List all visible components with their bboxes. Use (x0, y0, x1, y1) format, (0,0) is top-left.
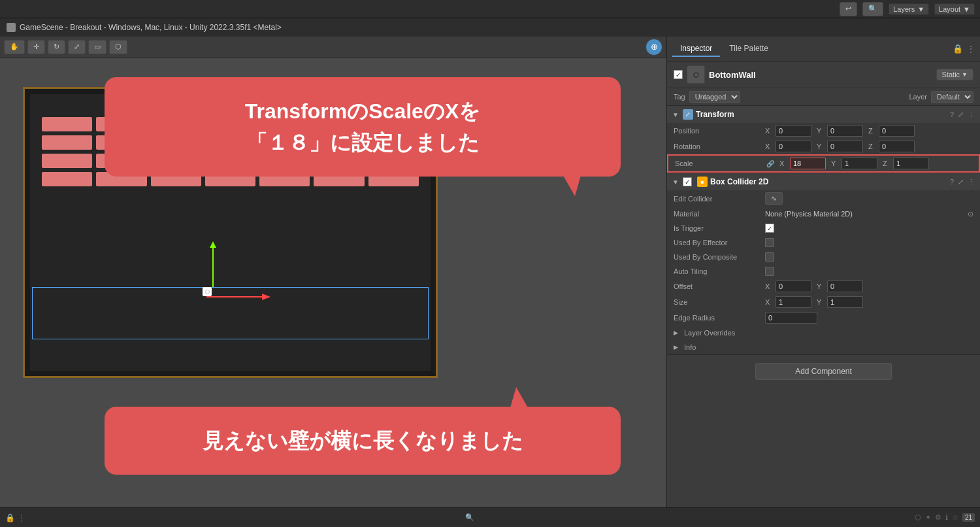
edge-radius-input[interactable] (765, 312, 817, 324)
used-by-composite-checkbox[interactable] (765, 252, 774, 262)
status-icons-right: ⬡ ✦ ⚙ ℹ ☆ 21 (915, 513, 975, 522)
gizmo-center[interactable]: ⬡ (203, 287, 212, 296)
rotation-z-input[interactable] (879, 141, 915, 152)
position-z-input[interactable] (879, 125, 915, 137)
used-by-composite-label: Used By Composite (674, 253, 765, 261)
auto-tiling-checkbox[interactable] (765, 267, 774, 276)
annotation-bottom-text: 見えない壁が横に長くなりました (203, 429, 523, 452)
lock-icon[interactable]: 🔒 (5, 513, 15, 522)
collider-help-icon[interactable]: ? (950, 178, 954, 186)
used-by-effector-checkbox[interactable] (765, 238, 774, 247)
collider-settings-icon[interactable]: ⤢ (958, 178, 964, 186)
size-label: Size (674, 298, 765, 306)
size-y-input[interactable] (827, 296, 863, 308)
scene-global-btn[interactable]: ⊕ (645, 39, 662, 56)
layer-overrides-toggle: ▶ (674, 330, 681, 336)
tag-select[interactable]: Untagged (689, 91, 740, 103)
undo-button[interactable]: ↩ (840, 2, 857, 16)
info-row[interactable]: ▶ Info (667, 340, 980, 354)
position-row: Position X Y Z (667, 123, 980, 139)
size-x-input[interactable] (776, 296, 811, 308)
scene-tool-hand[interactable]: ✋ (4, 40, 25, 54)
scene-view[interactable]: ✋ ✛ ↻ ⤢ ▭ ⬡ ⊕ (0, 37, 666, 507)
rot-x-label: X (765, 143, 774, 150)
scene-tool-rect[interactable]: ▭ (88, 40, 106, 54)
offset-x-input[interactable] (776, 280, 811, 292)
layers-top-bar: ↩ 🔍 Layers ▼ Layout ▼ (0, 0, 980, 18)
check-icon: ✓ (676, 71, 681, 78)
collider-enabled-checkbox[interactable]: ✓ (683, 177, 692, 186)
gizmo-y-axis (206, 241, 220, 294)
material-label: Material (674, 210, 765, 218)
scale-z-input[interactable] (893, 158, 929, 169)
inspector-tabs: Inspector Tile Palette 🔒 ⋮ (667, 37, 980, 61)
layer-select[interactable]: Default (931, 91, 973, 103)
add-component-area: Add Component (667, 355, 980, 388)
add-component-button[interactable]: Add Component (755, 363, 892, 380)
transform-settings-icon[interactable]: ⤢ (958, 110, 964, 119)
object-name[interactable]: BottomWall (709, 70, 932, 80)
annotation-top-text: TransformのScaleのXを 「１８」に設定しました (245, 99, 480, 154)
scene-tool-transform[interactable]: ⬡ (109, 40, 127, 54)
collider-name: Box Collider 2D (710, 177, 947, 186)
transform-component: ▼ ⤢ Transform ? ⤢ ⋮ Position X (667, 106, 980, 173)
pos-y-label: Y (817, 127, 826, 135)
settings-icon[interactable]: ⋮ (18, 513, 25, 522)
transform-more-icon[interactable]: ⋮ (968, 110, 975, 119)
layer-label: Layer (909, 93, 927, 101)
gizmo-x-axis (206, 290, 272, 303)
position-x-input[interactable] (776, 125, 811, 137)
icon-1: ⬡ (915, 513, 921, 522)
rotation-z-group: Z (868, 141, 915, 152)
scene-tool-move[interactable]: ✛ (27, 40, 45, 54)
scale-link-icon[interactable]: 🔗 (766, 160, 774, 167)
lock-icon[interactable]: 🔒 (953, 44, 963, 54)
position-y-input[interactable] (827, 125, 863, 137)
box-collider-header[interactable]: ▼ ✓ ■ Box Collider 2D ? ⤢ ⋮ (667, 173, 980, 190)
offset-row: Offset X Y (667, 279, 980, 294)
auto-tiling-row: Auto Tiling (667, 264, 980, 279)
scale-x-input[interactable] (790, 158, 826, 169)
edit-collider-icon: ∿ (771, 194, 777, 202)
more-icon[interactable]: ⋮ (967, 44, 975, 54)
offset-x-label: X (765, 282, 774, 290)
brick (42, 172, 92, 186)
edge-radius-label: Edge Radius (674, 314, 765, 322)
transform-help-icon[interactable]: ? (950, 110, 954, 118)
rotation-x-input[interactable] (776, 141, 811, 152)
search-button[interactable]: 🔍 (862, 2, 883, 16)
layout-dropdown[interactable]: Layout ▼ (934, 3, 975, 15)
transform-component-header[interactable]: ▼ ⤢ Transform ? ⤢ ⋮ (667, 106, 980, 123)
tab-inspector[interactable]: Inspector (672, 41, 720, 57)
object-enabled-checkbox[interactable]: ✓ (674, 70, 683, 79)
offset-y-input[interactable] (827, 280, 863, 292)
size-y-group: Y (817, 296, 863, 308)
transform-actions: ? ⤢ ⋮ (950, 110, 975, 119)
is-trigger-checkbox[interactable]: ✓ (765, 224, 774, 233)
transform-toggle-icon: ▼ (672, 111, 680, 118)
static-arrow-icon: ▼ (962, 71, 968, 78)
bottom-search-icon[interactable]: 🔍 (465, 513, 474, 522)
collider-more-icon[interactable]: ⋮ (968, 178, 975, 186)
collider-toggle-icon: ▼ (672, 178, 680, 186)
scale-y-input[interactable] (841, 158, 877, 169)
layers-dropdown[interactable]: Layers ▼ (889, 3, 929, 15)
layer-overrides-row[interactable]: ▶ Layer Overrides (667, 326, 980, 340)
position-values: X Y Z (765, 125, 973, 137)
edge-radius-row: Edge Radius (667, 310, 980, 326)
scale-z-label: Z (883, 160, 892, 167)
scale-y-label: Y (831, 160, 840, 167)
rotation-row: Rotation X Y Z (667, 139, 980, 154)
edit-collider-btn[interactable]: ∿ (765, 192, 783, 205)
brick (42, 117, 92, 131)
icon-3: ⚙ (935, 513, 941, 522)
scene-tool-scale[interactable]: ⤢ (68, 40, 86, 54)
is-trigger-label: Is Trigger (674, 224, 765, 232)
tab-tile-palette[interactable]: Tile Palette (721, 41, 776, 57)
inspector-content: ✓ ⬡ BottomWall Static ▼ Tag Untagged Lay… (667, 61, 980, 507)
scene-tool-rotate[interactable]: ↻ (48, 40, 65, 54)
material-select-icon[interactable]: ⊙ (968, 210, 973, 218)
gameobject-icon: ⬡ (693, 71, 699, 78)
static-button[interactable]: Static ▼ (936, 69, 973, 80)
rotation-y-input[interactable] (827, 141, 863, 152)
